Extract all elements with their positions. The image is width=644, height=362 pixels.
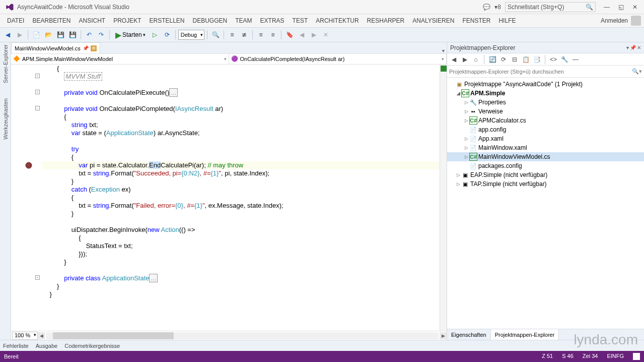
tab-projektmappen-explorer[interactable]: Projektmappen-Explorer <box>491 329 559 340</box>
solution-tree[interactable]: ▣Projektmappe "AsyncAwaitCode" (1 Projek… <box>447 78 644 329</box>
menu-erstellen[interactable]: ERSTELLEN <box>146 17 189 24</box>
toolbox-tab[interactable]: Werkzeugkasten <box>3 98 9 140</box>
bookmark-next-button[interactable]: ▶ <box>308 29 319 40</box>
solution-search[interactable]: 🔍▾ <box>447 66 644 78</box>
home-button[interactable]: ⌂ <box>471 55 480 64</box>
fold-toggle[interactable]: + <box>35 275 40 280</box>
open-button[interactable]: 📂 <box>43 29 54 40</box>
redo-button[interactable]: ↷ <box>96 29 107 40</box>
status-insert: EINFG <box>607 353 624 360</box>
editor-gutter[interactable]: + + − + <box>11 65 41 331</box>
fold-toggle[interactable]: − <box>35 106 40 110</box>
uncomment-button[interactable]: ≢ <box>239 29 250 40</box>
tab-codemetrik[interactable]: Codemetrikergebnisse <box>64 343 120 349</box>
view-designer-button[interactable]: — <box>571 55 580 64</box>
zoom-dropdown[interactable]: 100 % <box>12 332 38 340</box>
code-editor[interactable]: + + − + { MVVM Stuff private void OnCalc… <box>11 65 447 331</box>
browser-link-refresh-button[interactable]: ⟳ <box>162 29 173 40</box>
auto-hide-button[interactable]: 📌 <box>630 45 636 50</box>
notifications-flag[interactable]: ▾8 <box>494 4 501 11</box>
outdent-button[interactable]: ≡ <box>255 29 266 40</box>
preview-button[interactable]: <> <box>549 55 558 64</box>
menu-extras[interactable]: EXTRAS <box>256 17 289 24</box>
method-icon: 🟣 <box>231 55 238 63</box>
unavailable-project-icon: ▣ <box>461 171 469 179</box>
save-all-button[interactable]: 💾 <box>67 29 78 40</box>
minimize-button[interactable]: — <box>600 2 614 12</box>
solution-search-input[interactable] <box>449 69 632 75</box>
left-tool-rail: Server-Explorer Werkzeugkasten <box>0 42 11 340</box>
menu-projekt[interactable]: PROJEKT <box>109 17 145 24</box>
svg-point-0 <box>26 162 32 168</box>
config-dropdown[interactable]: Debug <box>178 30 204 40</box>
menu-team[interactable]: TEAM <box>231 17 256 24</box>
unavailable-project-icon: ▣ <box>461 180 469 188</box>
editor-tab-row: MainWindowViewModel.cs 📌 ✕ ▾ <box>11 42 447 53</box>
fold-toggle[interactable]: + <box>35 90 40 94</box>
breakpoint-icon[interactable] <box>25 162 32 169</box>
menu-debuggen[interactable]: DEBUGGEN <box>189 17 232 24</box>
sync-button[interactable]: 🔄 <box>488 55 497 64</box>
feedback-icon[interactable]: 💬 <box>483 4 490 11</box>
properties-button[interactable]: 📑 <box>532 55 541 64</box>
close-panel-button[interactable]: ✕ <box>637 45 641 50</box>
menu-fenster[interactable]: FENSTER <box>458 17 494 24</box>
back-button[interactable]: ◀ <box>449 55 458 64</box>
menu-datei[interactable]: DATEI <box>3 17 28 24</box>
quick-launch-input[interactable]: Schnellstart (Strg+Q) 🔍 <box>505 2 596 12</box>
menu-resharper[interactable]: RESHARPER <box>363 17 409 24</box>
nav-forward-button[interactable]: ▶ <box>14 29 25 40</box>
scroll-right-button[interactable]: ▶ <box>440 332 447 339</box>
navigation-bar: 🔶 APM.Simple.MainWindowViewModel 🟣 OnCal… <box>11 53 447 65</box>
menu-test[interactable]: TEST <box>289 17 312 24</box>
undo-button[interactable]: ↶ <box>84 29 95 40</box>
horizontal-scrollbar[interactable] <box>46 332 439 339</box>
bookmark-button[interactable]: 🔖 <box>284 29 295 40</box>
save-button[interactable]: 💾 <box>55 29 66 40</box>
restore-button[interactable]: ◱ <box>614 2 628 12</box>
type-navigator[interactable]: 🔶 APM.Simple.MainWindowViewModel <box>11 54 229 64</box>
signin-link[interactable]: Anmelden <box>601 17 628 24</box>
error-scrollbar[interactable] <box>440 65 447 331</box>
collapse-all-button[interactable]: ⊟ <box>510 55 519 64</box>
menu-hilfe[interactable]: HILFE <box>494 17 520 24</box>
bookmark-prev-button[interactable]: ◀ <box>296 29 307 40</box>
server-explorer-tab[interactable]: Server-Explorer <box>3 44 9 83</box>
new-project-button[interactable]: 📄 <box>31 29 42 40</box>
show-all-button[interactable]: 📋 <box>521 55 530 64</box>
menu-bearbeiten[interactable]: BEARBEITEN <box>28 17 75 24</box>
class-icon: 🔶 <box>13 55 20 63</box>
tab-ausgabe[interactable]: Ausgabe <box>36 343 57 349</box>
tree-row: ▷C#APMCalculator.cs <box>447 116 644 125</box>
menu-ansicht[interactable]: ANSICHT <box>75 17 109 24</box>
find-button[interactable]: 🔍 <box>210 29 221 40</box>
tab-overflow-button[interactable]: ▾ <box>440 48 447 53</box>
file-tab[interactable]: MainWindowViewModel.cs 📌 ✕ <box>11 42 100 53</box>
tab-eigenschaften[interactable]: Eigenschaften <box>447 329 491 340</box>
comment-button[interactable]: ≡ <box>227 29 238 40</box>
titlebar: AsyncAwaitCode - Microsoft Visual Studio… <box>0 0 644 14</box>
fold-toggle[interactable]: + <box>35 74 40 78</box>
pin-icon[interactable]: 📌 <box>83 45 89 51</box>
forward-button[interactable]: ▶ <box>460 55 469 64</box>
start-without-debug-button[interactable]: ▷ <box>150 29 161 40</box>
view-code-button[interactable]: 🔧 <box>560 55 569 64</box>
panel-title: Projektmappen-Explorer ▾ 📌 ✕ <box>447 42 644 53</box>
nav-back-button[interactable]: ◀ <box>2 29 13 40</box>
refresh-button[interactable]: ⟳ <box>499 55 508 64</box>
status-ready: Bereit <box>4 353 19 359</box>
close-window-button[interactable]: ✕ <box>628 2 642 12</box>
editor-footer: 100 % ◀ ▶ <box>11 331 447 340</box>
search-icon: 🔍 <box>586 4 593 11</box>
close-tab-button[interactable]: ✕ <box>91 45 97 51</box>
start-debug-button[interactable]: ▶Starten▾ <box>112 29 149 40</box>
scroll-left-button[interactable]: ◀ <box>38 332 45 339</box>
menu-architektur[interactable]: ARCHITEKTUR <box>312 17 363 24</box>
bookmark-clear-button[interactable]: ✕ <box>320 29 331 40</box>
window-position-button[interactable]: ▾ <box>626 45 629 50</box>
indent-button[interactable]: ≡ <box>267 29 278 40</box>
user-avatar[interactable] <box>631 16 641 26</box>
member-navigator[interactable]: 🟣 OnCalculatePiCompleted(IAsyncResult ar… <box>229 54 447 64</box>
tab-fehlerliste[interactable]: Fehlerliste <box>3 343 29 349</box>
menu-analysieren[interactable]: ANALYSIEREN <box>408 17 458 24</box>
